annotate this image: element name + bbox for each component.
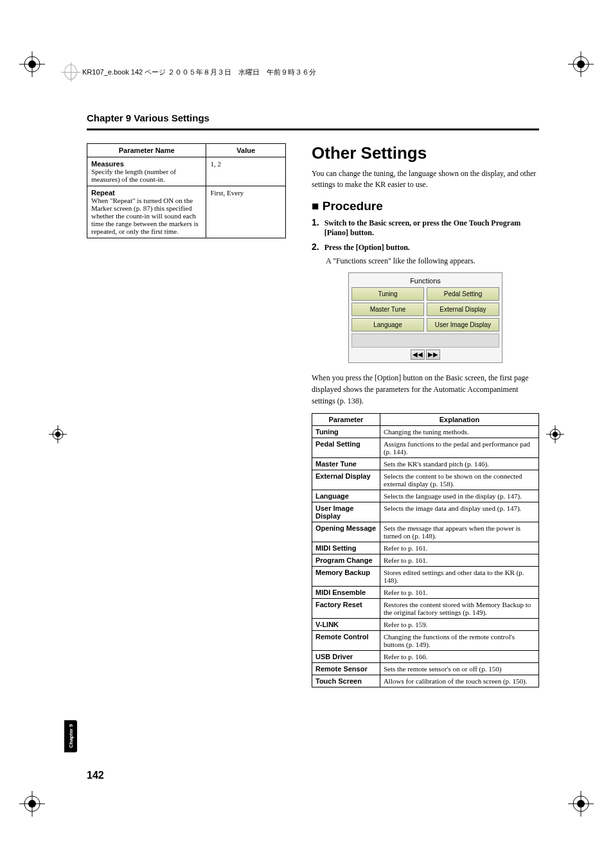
- explanation-table: Parameter Explanation TuningChanging the…: [312, 413, 539, 687]
- expl-param: MIDI Ensemble: [312, 586, 380, 598]
- table-row: Program ChangeRefer to p. 161.: [312, 554, 539, 566]
- param-value: 1, 2: [206, 157, 286, 186]
- step-1: 1. Switch to the Basic screen, or press …: [312, 217, 539, 238]
- table-row: Pedal SettingAssigns functions to the pe…: [312, 438, 539, 457]
- table-row: MIDI SettingRefer to p. 161.: [312, 542, 539, 554]
- expl-param: Memory Backup: [312, 566, 380, 586]
- expl-text: Refer to p. 161.: [380, 542, 538, 554]
- functions-cell-external-display: External Display: [427, 303, 499, 316]
- step-text: Switch to the Basic screen, or press the…: [324, 218, 520, 237]
- expl-param: Touch Screen: [312, 675, 380, 687]
- crop-mark-ml: [45, 421, 71, 447]
- expl-text: Restores the content stored with Memory …: [380, 598, 538, 618]
- param-th-value: Value: [206, 144, 286, 157]
- expl-param: Tuning: [312, 425, 380, 438]
- functions-cell-pedal-setting: Pedal Setting: [427, 287, 499, 301]
- parameter-table: Parameter Name Value Measures Specify th…: [87, 143, 286, 238]
- table-row: Measures Specify the length (number of m…: [87, 157, 286, 186]
- step-number: 1.: [312, 217, 319, 227]
- table-row: MIDI EnsembleRefer to p. 161.: [312, 586, 539, 598]
- expl-param: Master Tune: [312, 457, 380, 470]
- expl-param: USB Driver: [312, 650, 380, 662]
- intro-text: You can change the tuning, the language …: [312, 168, 539, 190]
- expl-text: Refer to p. 166.: [380, 650, 538, 662]
- table-row: Remote ControlChanging the functions of …: [312, 630, 539, 650]
- expl-text: Selects the language used in the display…: [380, 490, 538, 502]
- expl-param: User Image Display: [312, 502, 380, 522]
- functions-cell-user-image-display: User Image Display: [427, 318, 499, 332]
- param-name-desc: When "Repeat" is turned ON on the Marker…: [91, 197, 199, 235]
- expl-param: Language: [312, 490, 380, 502]
- expl-text: Sets the KR's standard pitch (p. 146).: [380, 457, 538, 470]
- functions-screenshot: Functions Tuning Pedal Setting Master Tu…: [348, 272, 502, 363]
- table-row: Repeat When "Repeat" is turned ON on the…: [87, 186, 286, 238]
- expl-text: Selects the image data and display used …: [380, 502, 538, 522]
- expl-text: Changing the functions of the remote con…: [380, 630, 538, 650]
- param-name-bold: Repeat: [91, 189, 202, 197]
- param-th-name: Parameter Name: [87, 144, 206, 157]
- left-column: Parameter Name Value Measures Specify th…: [87, 143, 286, 687]
- expl-text: Sets the remote sensor's on or off (p. 1…: [380, 662, 538, 675]
- crop-mark-bl: [19, 791, 45, 817]
- table-row: Remote SensorSets the remote sensor's on…: [312, 662, 539, 675]
- header-mark-icon: [64, 64, 77, 80]
- expl-text: Refer to p. 161.: [380, 554, 538, 566]
- table-row: User Image DisplaySelects the image data…: [312, 502, 539, 522]
- chapter-title: Chapter 9 Various Settings: [87, 112, 539, 130]
- page-number: 142: [87, 770, 104, 781]
- nav-prev-icon: ◀◀: [411, 350, 425, 360]
- expl-param: Pedal Setting: [312, 438, 380, 457]
- crop-mark-tl: [19, 51, 45, 77]
- param-value: First, Every: [206, 186, 286, 238]
- procedure-heading: Procedure: [312, 199, 539, 213]
- functions-cell-master-tune: Master Tune: [351, 303, 424, 316]
- table-row: Memory BackupStores edited settings and …: [312, 566, 539, 586]
- table-row: External DisplaySelects the content to b…: [312, 470, 539, 490]
- param-name-bold: Measures: [91, 160, 202, 168]
- expl-th-parameter: Parameter: [312, 413, 380, 425]
- nav-next-icon: ▶▶: [426, 350, 440, 360]
- expl-text: Stores edited settings and other data to…: [380, 566, 538, 586]
- step-text: Press the [Option] button.: [324, 243, 410, 252]
- step-number: 2.: [312, 242, 319, 252]
- crop-mark-tr: [568, 51, 594, 77]
- expl-text: Refer to p. 159.: [380, 618, 538, 630]
- expl-th-explanation: Explanation: [380, 413, 538, 425]
- crop-mark-mr: [542, 421, 568, 447]
- expl-param: Program Change: [312, 554, 380, 566]
- table-row: Master TuneSets the KR's standard pitch …: [312, 457, 539, 470]
- step-2-subtext: A "Functions screen" like the following …: [326, 256, 539, 266]
- expl-text: Selects the content to be shown on the c…: [380, 470, 538, 490]
- table-row: Opening MessageSets the message that app…: [312, 522, 539, 542]
- table-row: TuningChanging the tuning methods.: [312, 425, 539, 438]
- expl-param: Opening Message: [312, 522, 380, 542]
- print-header: KR107_e.book 142 ページ ２００５年８月３日 水曜日 午前９時３…: [64, 64, 549, 80]
- expl-text: Allows for calibration of the touch scre…: [380, 675, 538, 687]
- expl-param: Remote Sensor: [312, 662, 380, 675]
- param-name-desc: Specify the length (number of measures) …: [91, 168, 176, 183]
- table-row: Factory ResetRestores the content stored…: [312, 598, 539, 618]
- expl-text: Changing the tuning methods.: [380, 425, 538, 438]
- crop-mark-br: [568, 791, 594, 817]
- expl-param: MIDI Setting: [312, 542, 380, 554]
- table-row: LanguageSelects the language used in the…: [312, 490, 539, 502]
- functions-cell-tuning: Tuning: [351, 287, 424, 301]
- functions-title: Functions: [351, 276, 499, 287]
- expl-text: Refer to p. 161.: [380, 586, 538, 598]
- expl-text: Assigns functions to the pedal and perfo…: [380, 438, 538, 457]
- table-row: USB DriverRefer to p. 166.: [312, 650, 539, 662]
- functions-nav: ◀◀ ▶▶: [351, 350, 499, 360]
- after-box-text: When you press the [Option] button on th…: [312, 372, 539, 407]
- side-tab-chapter: Chapter 9: [64, 720, 77, 752]
- step-2: 2. Press the [Option] button.: [312, 242, 539, 252]
- expl-param: Remote Control: [312, 630, 380, 650]
- functions-cell-language: Language: [351, 318, 424, 332]
- table-row: V-LINKRefer to p. 159.: [312, 618, 539, 630]
- expl-text: Sets the message that appears when the p…: [380, 522, 538, 542]
- right-column: Other Settings You can change the tuning…: [312, 143, 539, 687]
- expl-param: External Display: [312, 470, 380, 490]
- expl-param: V-LINK: [312, 618, 380, 630]
- header-text: KR107_e.book 142 ページ ２００５年８月３日 水曜日 午前９時３…: [82, 67, 316, 77]
- expl-param: Factory Reset: [312, 598, 380, 618]
- functions-blank-row: [351, 333, 499, 348]
